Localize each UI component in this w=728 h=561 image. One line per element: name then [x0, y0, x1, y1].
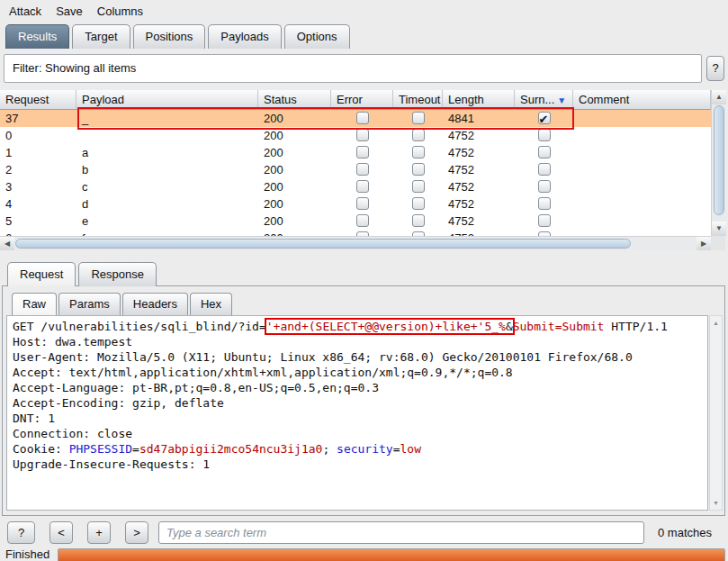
editor-scroll-up-icon[interactable]: ▲: [710, 317, 722, 329]
tab-headers[interactable]: Headers: [122, 293, 188, 315]
payload-cell: a: [76, 144, 258, 161]
search-help-button[interactable]: ?: [7, 521, 35, 544]
tab-request[interactable]: Request: [7, 262, 76, 286]
vertical-scroll-thumb[interactable]: [714, 105, 724, 215]
payload-cell: c: [76, 178, 258, 195]
table-row[interactable]: 37 _ 200 4841: [0, 110, 711, 127]
error-checkbox[interactable]: [356, 163, 369, 176]
search-input[interactable]: [158, 521, 644, 544]
request-number-cell: 37: [0, 110, 76, 127]
surname-checkbox[interactable]: [538, 112, 551, 124]
column-header-surname-label: Surn...: [520, 93, 554, 106]
search-add-button[interactable]: +: [87, 521, 111, 544]
editor-scroll-down-icon[interactable]: ▼: [710, 497, 722, 509]
request-number-cell: 0: [0, 127, 76, 144]
raw-request-editor[interactable]: GET /vulnerabilities/sqli_blind/?id='+an…: [6, 315, 708, 511]
payload-cell: b: [76, 161, 258, 178]
error-checkbox[interactable]: [356, 214, 369, 227]
error-checkbox[interactable]: [356, 197, 369, 210]
timeout-checkbox[interactable]: [412, 129, 425, 141]
table-row[interactable]: 1 a 200 4752: [0, 144, 711, 161]
table-row[interactable]: 2 b 200 4752: [0, 161, 711, 178]
results-table-body: 37 _ 200 4841 0 200 4752 1 a 200 4752 2 …: [0, 110, 711, 236]
column-header-comment[interactable]: Comment: [573, 90, 711, 110]
table-row[interactable]: 6 f 200 4752: [0, 230, 711, 236]
length-cell: 4752: [443, 213, 515, 230]
error-checkbox[interactable]: [356, 112, 369, 124]
cookie-name-security: security: [337, 442, 393, 456]
comment-cell: [573, 213, 711, 230]
status-cell: 200: [258, 178, 331, 195]
surname-checkbox[interactable]: [538, 197, 551, 210]
timeout-checkbox[interactable]: [412, 112, 425, 124]
timeout-checkbox[interactable]: [412, 180, 425, 193]
status-cell: 200: [258, 230, 331, 236]
scroll-up-icon[interactable]: ▲: [712, 90, 726, 104]
attack-progress-bar: [58, 548, 725, 561]
table-row[interactable]: 4 d 200 4752: [0, 195, 711, 213]
tab-payloads[interactable]: Payloads: [208, 24, 281, 49]
table-row[interactable]: 0 200 4752: [0, 127, 711, 144]
table-vertical-scrollbar[interactable]: ▲ ▼: [711, 90, 725, 236]
surname-checkbox[interactable]: [538, 180, 551, 193]
tab-raw[interactable]: Raw: [12, 293, 57, 315]
request-header-host: Host: dwa.tempest: [13, 334, 707, 349]
comment-cell: [573, 110, 711, 127]
menu-bar: AttackSaveColumns: [0, 0, 728, 23]
length-cell: 4752: [443, 195, 515, 213]
surname-checkbox[interactable]: [538, 146, 551, 158]
tab-results[interactable]: Results: [5, 24, 69, 49]
table-horizontal-scrollbar[interactable]: ◀ ▶: [0, 236, 711, 250]
request-http-version: HTTP/1.1: [604, 320, 667, 333]
horizontal-scroll-thumb[interactable]: [15, 239, 631, 249]
length-cell: 4752: [443, 161, 515, 178]
surname-checkbox[interactable]: [538, 214, 551, 227]
tab-response[interactable]: Response: [78, 262, 157, 286]
timeout-checkbox[interactable]: [412, 146, 425, 158]
error-cell: [331, 178, 393, 195]
column-header-status[interactable]: Status: [258, 90, 331, 110]
filter-bar[interactable]: Filter: Showing all items: [4, 54, 702, 83]
timeout-cell: [393, 144, 443, 161]
tab-positions[interactable]: Positions: [133, 24, 206, 49]
sort-desc-icon: ▼: [557, 95, 566, 105]
timeout-checkbox[interactable]: [412, 214, 425, 227]
status-cell: 200: [258, 213, 331, 230]
scroll-left-icon[interactable]: ◀: [0, 237, 14, 250]
menu-save[interactable]: Save: [49, 0, 90, 23]
column-header-surname[interactable]: Surn...▼: [515, 90, 573, 110]
editor-vertical-scrollbar[interactable]: ▲ ▼: [709, 315, 723, 511]
error-cell: [331, 230, 393, 236]
length-cell: 4752: [443, 127, 515, 144]
column-header-error[interactable]: Error: [331, 90, 393, 110]
timeout-checkbox[interactable]: [412, 197, 425, 210]
error-checkbox[interactable]: [356, 146, 369, 158]
table-row[interactable]: 3 c 200 4752: [0, 178, 711, 195]
search-previous-button[interactable]: <: [49, 521, 73, 544]
error-checkbox[interactable]: [356, 180, 369, 193]
view-tab-bar: RawParamsHeadersHex: [12, 293, 234, 316]
comment-cell: [573, 195, 711, 213]
search-next-button[interactable]: >: [125, 521, 148, 544]
column-header-payload[interactable]: Payload: [76, 90, 258, 110]
scroll-down-icon[interactable]: ▼: [712, 222, 726, 236]
surname-checkbox[interactable]: [538, 163, 551, 176]
scroll-right-icon[interactable]: ▶: [697, 237, 711, 250]
column-header-request[interactable]: Request: [0, 90, 76, 110]
menu-columns[interactable]: Columns: [90, 0, 150, 23]
tab-options[interactable]: Options: [284, 24, 350, 49]
tab-params[interactable]: Params: [58, 293, 121, 315]
timeout-checkbox[interactable]: [412, 163, 425, 176]
menu-attack[interactable]: Attack: [2, 0, 49, 23]
results-table: Request Payload Status Error Timeout Len…: [0, 90, 711, 236]
error-cell: [331, 110, 393, 127]
column-header-timeout[interactable]: Timeout: [393, 90, 443, 110]
filter-help-button[interactable]: ?: [706, 56, 724, 81]
table-row[interactable]: 5 e 200 4752: [0, 213, 711, 230]
surname-checkbox[interactable]: [538, 129, 551, 141]
tab-target[interactable]: Target: [72, 24, 130, 49]
tab-hex[interactable]: Hex: [190, 293, 232, 315]
column-header-length[interactable]: Length: [443, 90, 515, 110]
error-checkbox[interactable]: [356, 129, 369, 141]
surname-cell: [515, 213, 573, 230]
